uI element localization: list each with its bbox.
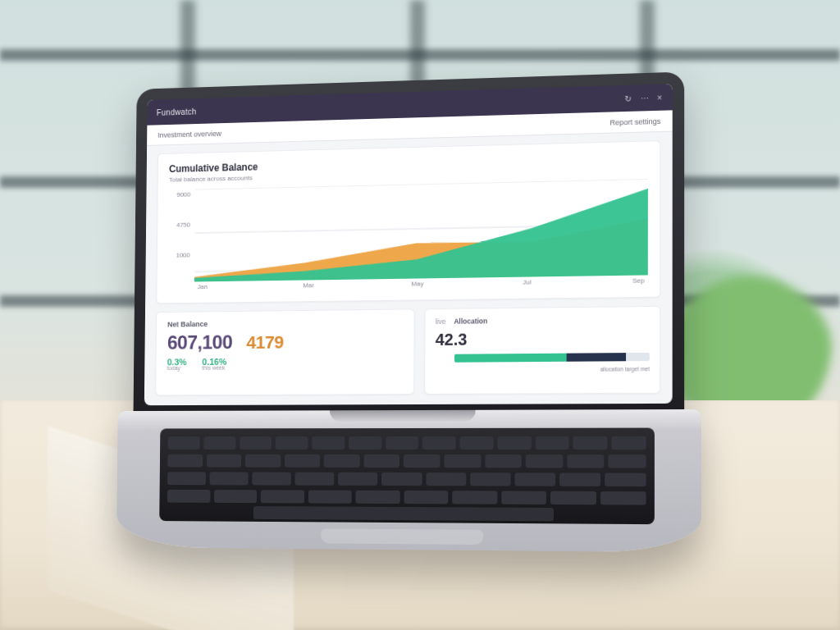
chart-card: Cumulative Balance Total balance across … xyxy=(156,140,660,304)
allocation-progress xyxy=(454,353,649,363)
laptop-base xyxy=(116,409,701,553)
report-settings-link[interactable]: Report settings xyxy=(609,116,660,126)
scene-backdrop: Fundwatch ↻ ⋯ × Investment overview Repo… xyxy=(0,0,840,630)
delta-secondary: 0.16% this week xyxy=(202,357,226,371)
close-icon[interactable]: × xyxy=(657,93,662,102)
more-icon[interactable]: ⋯ xyxy=(640,94,649,103)
net-balance-secondary: 4179 xyxy=(246,332,283,354)
chart-plot: JanMarMayJulSep xyxy=(194,179,648,296)
net-balance-primary: 607,100 xyxy=(167,331,232,354)
allocation-value: 42.3 xyxy=(436,329,650,350)
laptop-lid: Fundwatch ↻ ⋯ × Investment overview Repo… xyxy=(133,71,684,422)
allocation-header: Allocation xyxy=(454,317,487,326)
allocation-pill: live xyxy=(436,317,446,326)
trackpad-icon xyxy=(321,528,483,545)
allocation-bar-row xyxy=(435,353,649,363)
allocation-card: live Allocation 42.3 a xyxy=(424,306,660,395)
laptop: Fundwatch ↻ ⋯ × Investment overview Repo… xyxy=(132,71,684,539)
dashboard-screen: Fundwatch ↻ ⋯ × Investment overview Repo… xyxy=(144,84,673,405)
breadcrumb: Investment overview xyxy=(158,129,221,139)
chart-y-axis: 900047501000 xyxy=(168,189,195,297)
refresh-icon[interactable]: ↻ xyxy=(625,94,632,103)
keyboard-icon xyxy=(159,428,655,525)
brand-label: Fundwatch xyxy=(157,107,197,116)
net-balance-label: Net Balance xyxy=(167,318,403,329)
net-balance-card: Net Balance 607,100 4179 0.3% today xyxy=(155,309,415,396)
delta-primary: 0.3% today xyxy=(167,358,187,372)
allocation-bar-right-label: allocation target met xyxy=(600,367,650,373)
